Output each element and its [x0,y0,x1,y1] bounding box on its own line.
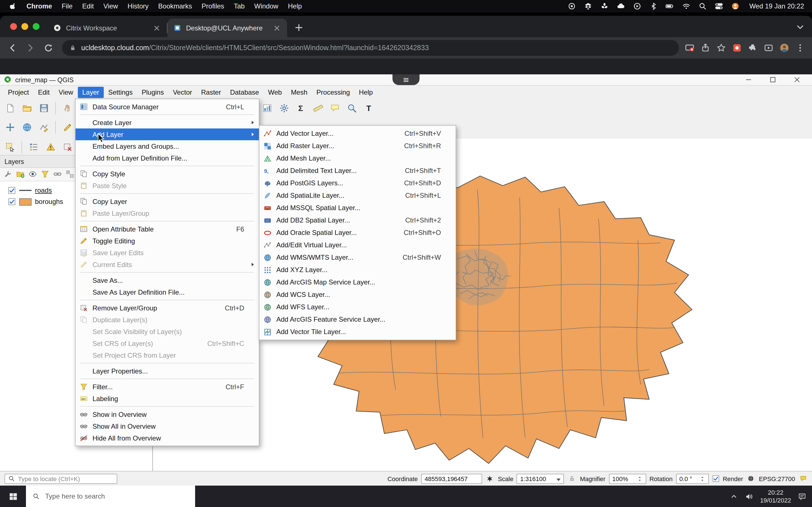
menu-item-add-vector-layer[interactable]: Add Vector Layer... Ctrl+Shift+V [259,127,456,140]
open-folder-icon[interactable] [19,101,35,116]
cloud-icon[interactable] [616,2,625,11]
avatar-orange-icon[interactable] [731,2,740,11]
menu-item-show-in-overview[interactable]: Show in Overview [75,408,259,420]
address-bar[interactable]: ucldesktop.cloud.com/Citrix/StoreWeb/cli… [62,40,679,56]
menu-item-add-postgis-layers[interactable]: Add PostGIS Layers... Ctrl+Shift+D [259,177,456,189]
menu-item-save-as-layer-definition-file[interactable]: Save As Layer Definition File... [75,286,259,298]
menu-item-duplicate-layer-s[interactable]: Duplicate Layer(s) [75,314,259,326]
remove-red-icon[interactable] [60,139,75,154]
dropbox-icon[interactable] [583,2,593,11]
avatar-photo-icon[interactable] [779,43,790,53]
reload-button[interactable] [41,40,56,56]
browser-tab-citrix-workspace[interactable]: Citrix Workspace [47,18,167,37]
menu-item-add-db2-spatial-layer[interactable]: Add DB2 Spatial Layer... Ctrl+Shift+2 [259,214,456,226]
minimize-button[interactable] [745,76,752,83]
text-T-icon[interactable]: T [361,101,376,116]
eye-icon[interactable] [28,169,38,179]
layer-name[interactable]: roads [35,186,52,194]
ext-red-icon[interactable] [732,43,742,53]
menubar-item-profiles[interactable]: Profiles [202,2,224,10]
messages-icon[interactable] [799,474,808,483]
qgis-menu-mesh[interactable]: Mesh [287,87,312,98]
menu-item-save-layer-edits[interactable]: Save Layer Edits [75,247,259,259]
chevron-up-icon[interactable] [730,492,738,501]
vector-edit-icon[interactable] [36,120,51,135]
star-icon[interactable] [716,43,726,53]
menu-item-data-source-manager[interactable]: Data Source Manager Ctrl+L [75,101,259,113]
menu-item-add-oracle-spatial-layer[interactable]: Add Oracle Spatial Layer... Ctrl+Shift+O [259,226,456,239]
menu-item-add-delimited-text-layer[interactable]: 9, Add Delimited Text Layer... Ctrl+Shif… [259,165,456,177]
menu-item-add-wcs-layer[interactable]: Add WCS Layer... [259,288,456,301]
menu-item-add-vector-tile-layer[interactable]: Add Vector Tile Layer... [259,326,456,338]
menubar-item-window[interactable]: Window [254,2,278,10]
menu-item-add-edit-virtual-layer[interactable]: Add/Edit Virtual Layer... [259,239,456,251]
menu-item-labeling[interactable]: abc Labeling [75,393,259,404]
menubar-item-help[interactable]: Help [288,2,302,10]
media-icon[interactable] [763,43,774,53]
menu-item-remove-layer-group[interactable]: Remove Layer/Group Ctrl+D [75,302,259,314]
menu-item-show-all-in-overview[interactable]: Show All in Overview [75,420,259,432]
apple-icon[interactable] [8,2,17,11]
wrench-icon[interactable] [3,169,13,179]
start-button[interactable] [0,486,26,507]
menu-item-save-as[interactable]: Save As... [75,274,259,286]
magnifier-spinner[interactable]: 100% [609,473,646,484]
qgis-menu-raster[interactable]: Raster [197,87,225,98]
menu-item-set-scale-visibility-of-layer-s[interactable]: Set Scale Visibility of Layer(s) [75,326,259,337]
expand-icon[interactable] [65,169,75,179]
menu-item-add-from-layer-definition-file[interactable]: Add from Layer Definition File... [75,152,259,164]
zoom-small-icon[interactable] [344,101,359,116]
zoom-window-button[interactable] [33,23,40,30]
play-circle-icon[interactable] [633,2,642,11]
close-icon[interactable] [272,23,282,33]
kebab-icon[interactable] [795,43,805,53]
tab-search-button[interactable] [793,20,808,34]
menubar-item-history[interactable]: History [128,2,149,10]
crs-globe-icon[interactable] [747,474,756,483]
battery-icon[interactable] [665,2,674,11]
coordinate-field[interactable]: 485593,196457 [421,473,482,484]
browser-tab-desktop-ucl-anywhere[interactable]: Desktop@UCL Anywhere [167,18,287,37]
save-icon[interactable] [36,101,51,116]
notification-center-icon[interactable] [798,492,806,501]
globe-layers-icon[interactable] [19,120,35,135]
menubar-item-bookmarks[interactable]: Bookmarks [158,2,192,10]
back-button[interactable] [4,40,20,56]
menubar-app-name[interactable]: Chrome [27,2,52,10]
menubar-item-tab[interactable]: Tab [234,2,245,10]
link-icon[interactable] [53,169,63,179]
qgis-menu-edit[interactable]: Edit [34,87,54,98]
close-icon[interactable] [152,23,161,33]
taskbar-clock[interactable]: 20:22 19/01/2022 [760,488,791,504]
scale-combo[interactable]: 1:316100 [517,473,564,484]
move-cross-icon[interactable] [2,120,17,135]
menu-item-add-raster-layer[interactable]: Add Raster Layer... Ctrl+Shift+R [259,140,456,152]
menu-item-set-crs-of-layer-s[interactable]: Set CRS of Layer(s) Ctrl+Shift+C [75,337,259,349]
new-page-icon[interactable] [2,101,17,116]
record-icon[interactable] [567,2,576,11]
menubar-item-file[interactable]: File [62,2,73,10]
menu-item-open-attribute-table[interactable]: Open Attribute Table F6 [75,223,259,235]
qgis-menu-help[interactable]: Help [354,87,377,98]
menu-item-add-spatialite-layer[interactable]: Add SpatiaLite Layer... Ctrl+Shift+L [259,189,456,202]
qgis-menu-plugins[interactable]: Plugins [137,87,168,98]
menu-item-filter[interactable]: Filter... Ctrl+F [75,381,259,393]
menu-item-add-arcgis-map-service-layer[interactable]: Add ArcGIS Map Service Layer... [259,276,456,288]
cast-stop-icon[interactable] [684,43,695,53]
menu-item-paste-style[interactable]: Paste Style [75,180,259,191]
lock-open-icon[interactable] [567,474,576,483]
menu-item-copy-style[interactable]: Copy Style [75,168,259,180]
menu-item-add-xyz-layer[interactable]: Add XYZ Layer... [259,264,456,276]
close-window-button[interactable] [10,23,17,30]
select-rect-icon[interactable] [2,139,17,154]
menu-item-add-wms-wmts-layer[interactable]: Add WMS/WMTS Layer... Ctrl+Shift+W [259,251,456,264]
locate-input[interactable]: Type to locate (Ctrl+K) [4,473,117,484]
forward-button[interactable] [22,40,38,56]
menu-item-add-mssql-spatial-layer[interactable]: Add MSSQL Spatial Layer... [259,202,456,214]
gear-icon[interactable] [276,101,292,116]
layer-checkbox[interactable] [8,186,16,194]
menubar-item-view[interactable]: View [103,2,118,10]
sigma-icon[interactable]: Σ [293,101,308,116]
menubar-item-edit[interactable]: Edit [82,2,94,10]
menu-item-hide-all-from-overview[interactable]: Hide All from Overview [75,432,259,444]
